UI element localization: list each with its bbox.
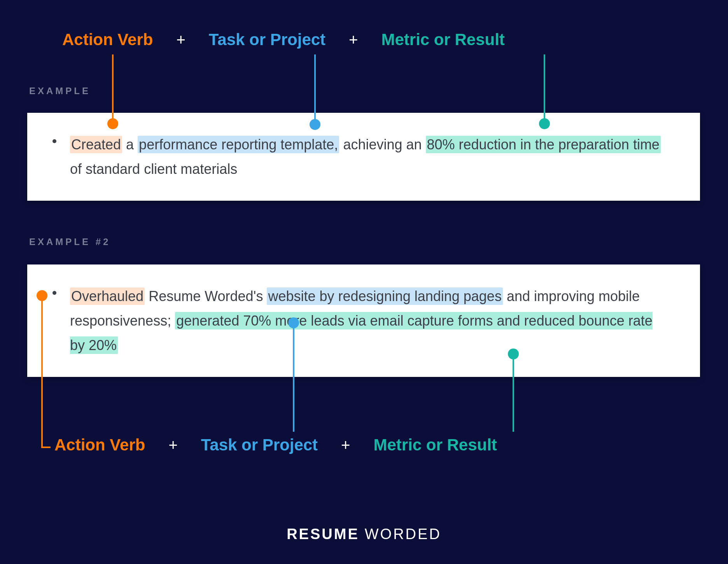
example-2-label: EXAMPLE #2 xyxy=(29,236,110,247)
plus-icon: + xyxy=(341,436,350,454)
brand-part-2: WORDED xyxy=(365,526,441,542)
formula-action-verb: Action Verb xyxy=(54,436,145,454)
plus-icon: + xyxy=(168,436,177,454)
formula-metric: Metric or Result xyxy=(373,436,497,454)
example-1-card: Created a performance reporting template… xyxy=(27,113,700,201)
bullet-icon xyxy=(52,139,56,143)
brand-footer: RESUMEWORDED xyxy=(0,526,728,543)
ex1-text: achieving an xyxy=(339,137,425,152)
example-1-bullet: Created a performance reporting template… xyxy=(70,132,669,181)
bullet-icon xyxy=(52,291,56,295)
ex2-task-highlight: website by redesigning landing pages xyxy=(267,287,502,305)
formula-action-verb: Action Verb xyxy=(62,30,153,49)
example-1-label: EXAMPLE xyxy=(29,86,91,96)
plus-icon: + xyxy=(349,31,358,49)
ex1-task-highlight: performance reporting template, xyxy=(138,136,339,153)
brand-part-1: RESUME xyxy=(287,526,359,542)
plus-icon: + xyxy=(176,31,185,49)
ex1-text: of standard client materials xyxy=(70,161,237,177)
ex1-metric-highlight: 80% reduction in the preparation time xyxy=(426,136,661,153)
formula-task: Task or Project xyxy=(201,436,318,454)
formula-top: Action Verb + Task or Project + Metric o… xyxy=(62,30,505,49)
formula-bottom: Action Verb + Task or Project + Metric o… xyxy=(54,436,497,454)
ex2-action-verb-highlight: Overhauled xyxy=(70,287,145,305)
example-2-bullet: Overhauled Resume Worded's website by re… xyxy=(70,284,669,357)
ex2-text: Resume Worded's xyxy=(145,288,267,304)
ex1-action-verb-highlight: Created xyxy=(70,136,122,153)
ex1-text: a xyxy=(122,137,138,152)
formula-metric: Metric or Result xyxy=(381,30,504,49)
example-2-card: Overhauled Resume Worded's website by re… xyxy=(27,264,700,377)
formula-task: Task or Project xyxy=(209,30,326,49)
